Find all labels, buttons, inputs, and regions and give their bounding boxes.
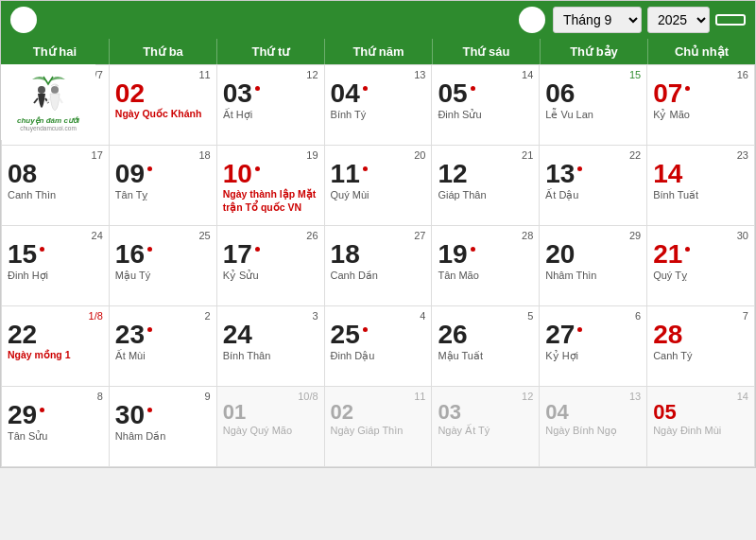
- day-number: 18: [331, 241, 426, 268]
- calendar-body: chuyện đám cưới chuyendamcuoi.com 10/701…: [1, 64, 755, 467]
- table-row[interactable]: 1/822Ngày mồng 1: [2, 306, 110, 387]
- day-label: Canh Thìn: [8, 189, 103, 200]
- logo-text: chuyện đám cưới: [17, 116, 79, 125]
- table-row[interactable]: 2415Đinh Hợi: [2, 226, 110, 306]
- weekday-sun: Chủ nhật: [647, 39, 755, 64]
- table-row[interactable]: 1708Canh Thìn: [2, 146, 110, 226]
- table-row[interactable]: 1203Ngày Ất Tý: [432, 387, 540, 467]
- table-row[interactable]: 324Bính Thân: [217, 306, 325, 387]
- svg-line-5: [60, 98, 62, 103]
- table-row[interactable]: 223Ất Mùi: [110, 306, 217, 387]
- day-number: 05: [653, 402, 748, 423]
- table-row[interactable]: 2314Bính Tuất: [647, 146, 755, 226]
- table-row[interactable]: 2718Canh Dần: [325, 226, 433, 306]
- event-dot: [255, 247, 260, 252]
- table-row[interactable]: 2011Quý Mùi: [325, 146, 433, 226]
- day-number: 06: [545, 80, 641, 107]
- day-number: 20: [545, 241, 641, 268]
- day-label: Bính Tý: [331, 109, 426, 120]
- event-dot: [363, 327, 368, 332]
- day-label: Đinh Dậu: [331, 350, 426, 362]
- couple-icon: [23, 75, 75, 114]
- table-row[interactable]: 1304Bính Tý: [325, 65, 433, 146]
- day-number: 15: [8, 241, 103, 268]
- event-dot: [685, 247, 690, 252]
- day-label: Tân Mão: [438, 270, 533, 281]
- day-label: Bính Tuất: [653, 189, 748, 201]
- table-row[interactable]: 3021Quý Tỵ: [647, 226, 755, 306]
- day-number: 14: [653, 161, 748, 187]
- table-row[interactable]: 10/801Ngày Quý Mão: [217, 387, 325, 467]
- day-label: Nhâm Thìn: [545, 270, 641, 281]
- calendar-container: Tháng 1Tháng 2Tháng 3 Tháng 4Tháng 5Thán…: [0, 0, 756, 468]
- month-select[interactable]: Tháng 1Tháng 2Tháng 3 Tháng 4Tháng 5Thán…: [553, 7, 642, 33]
- day-number: 23: [115, 322, 211, 348]
- table-row[interactable]: 2819Tân Mão: [432, 226, 540, 306]
- table-row[interactable]: 2516Mậu Tý: [110, 226, 217, 306]
- day-number: 26: [438, 322, 533, 348]
- table-row[interactable]: 2920Nhâm Thìn: [540, 226, 647, 306]
- table-row[interactable]: 728Canh Tý: [647, 306, 755, 387]
- table-row[interactable]: 1607Kỷ Mão: [647, 65, 755, 146]
- table-row[interactable]: 425Đinh Dậu: [325, 306, 433, 387]
- day-number: 25: [331, 322, 426, 348]
- day-number: 24: [223, 322, 318, 348]
- event-dot: [255, 86, 260, 91]
- table-row[interactable]: 1405Đinh Sửu: [432, 65, 540, 146]
- day-number: 02: [331, 402, 426, 423]
- day-number: 07: [653, 80, 748, 107]
- weekday-wed: Thứ tư: [216, 39, 324, 64]
- day-number: 21: [653, 241, 748, 268]
- day-label: Ngày Bính Ngọ: [545, 425, 641, 437]
- table-row[interactable]: 2617Kỷ Sửu: [217, 226, 325, 306]
- day-label: Đinh Sửu: [438, 109, 533, 121]
- event-dot: [363, 86, 368, 91]
- table-row[interactable]: 1405Ngày Đinh Mùi: [647, 387, 755, 467]
- weekday-fri: Thứ sáu: [432, 39, 540, 64]
- table-row[interactable]: 2112Giáp Thân: [432, 146, 540, 226]
- table-row[interactable]: 1304Ngày Bính Ngọ: [540, 387, 647, 467]
- day-label: Ngày Ất Tý: [438, 425, 533, 437]
- svg-point-0: [38, 86, 45, 94]
- day-number: 19: [438, 241, 533, 268]
- table-row[interactable]: 526Mậu Tuất: [432, 306, 540, 387]
- day-label: Ngày Đinh Mùi: [653, 425, 748, 436]
- table-row[interactable]: 1809Tân Tỵ: [110, 146, 217, 226]
- table-row[interactable]: 1102Ngày Quốc Khánh: [110, 65, 217, 146]
- day-label: Ngày Quý Mão: [223, 425, 318, 436]
- day-label: Kỷ Mão: [653, 109, 748, 121]
- day-number: 09: [115, 161, 211, 187]
- table-row[interactable]: 627Kỷ Hợi: [540, 306, 647, 387]
- day-number: 05: [438, 80, 533, 107]
- day-number: 08: [8, 161, 103, 187]
- event-dot: [685, 86, 690, 91]
- table-row[interactable]: 829Tân Sửu: [2, 387, 110, 467]
- day-label: Ngày Quốc Khánh: [115, 108, 211, 121]
- day-label: Bính Thân: [223, 350, 318, 361]
- weekday-tue: Thứ ba: [109, 39, 216, 64]
- table-row[interactable]: 1910Ngày thành lập Mặt trận Tổ quốc VN: [217, 146, 325, 226]
- day-label: Quý Tỵ: [653, 270, 748, 282]
- table-row[interactable]: 1102Ngày Giáp Thìn: [325, 387, 433, 467]
- next-month-button[interactable]: [519, 7, 545, 33]
- day-label: Mậu Tý: [115, 270, 211, 282]
- year-select[interactable]: 2023202420252026: [647, 7, 710, 33]
- day-label: Ngày Giáp Thìn: [331, 425, 426, 436]
- day-label: Tân Sửu: [8, 430, 103, 443]
- day-label: Nhâm Dần: [115, 430, 211, 443]
- xem-button[interactable]: [715, 14, 746, 26]
- day-number: 01: [223, 402, 318, 423]
- weekday-row: Thứ hai Thứ ba Thứ tư Thứ năm Thứ sáu Th…: [1, 39, 755, 64]
- table-row[interactable]: 1506Lễ Vu Lan: [540, 65, 647, 146]
- day-number: 27: [545, 322, 641, 348]
- table-row[interactable]: 930Nhâm Dần: [110, 387, 217, 467]
- event-dot: [147, 327, 152, 332]
- calendar-grid: 10/701Quý Dậu1102Ngày Quốc Khánh1203Ất H…: [1, 64, 755, 467]
- day-number: 16: [115, 241, 211, 268]
- day-number: 04: [545, 402, 641, 423]
- day-number: 28: [653, 322, 748, 348]
- table-row[interactable]: 1203Ất Hợi: [217, 65, 325, 146]
- table-row[interactable]: 2213Ất Dậu: [540, 146, 647, 226]
- prev-month-button[interactable]: [10, 7, 37, 33]
- day-label: Canh Dần: [331, 270, 426, 282]
